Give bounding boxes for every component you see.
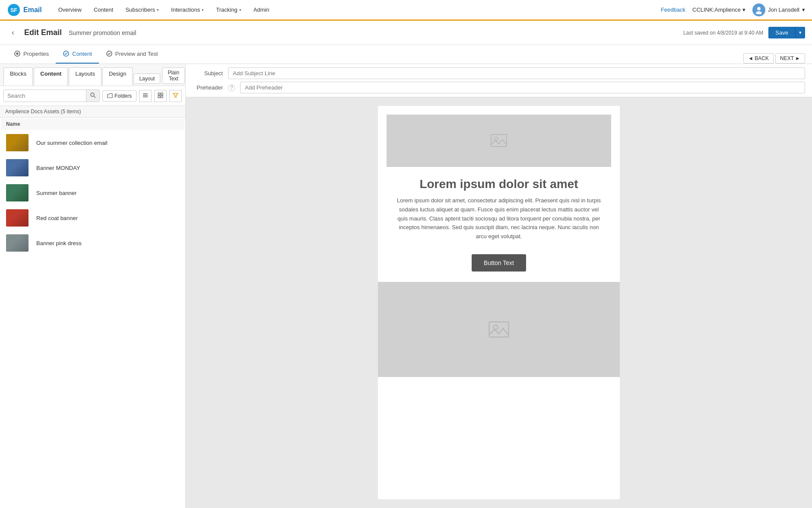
list-view-icon xyxy=(143,93,148,98)
tab-content[interactable]: Content xyxy=(56,45,99,64)
svg-text:SF: SF xyxy=(10,7,17,13)
list-view-button[interactable] xyxy=(139,90,152,102)
tab-layouts[interactable]: Layouts xyxy=(69,67,102,86)
preheader-help-icon[interactable]: ? xyxy=(228,84,235,91)
tab-bar-nav: Properties Content Preview and Test xyxy=(7,45,165,64)
table-row[interactable]: Banner MONDAY xyxy=(1,156,184,180)
email-heading: Lorem ipsum dolor sit amet xyxy=(378,167,620,196)
left-panel: Blocks Content Layouts Design Layout Pla… xyxy=(0,64,186,508)
subject-row: Subject xyxy=(193,67,805,79)
folders-button[interactable]: Folders xyxy=(102,90,136,102)
svg-line-9 xyxy=(94,96,95,98)
svg-rect-14 xyxy=(161,93,163,95)
save-button[interactable]: Save xyxy=(768,27,795,38)
table-row[interactable]: Our summer collection email xyxy=(1,131,184,155)
table-row[interactable]: Red coat banner xyxy=(1,206,184,230)
subject-input[interactable] xyxy=(228,67,805,79)
asset-folder-header: Amplience Docs Assets (5 items) xyxy=(0,106,185,118)
nav-item-overview[interactable]: Overview xyxy=(52,0,88,20)
tab-properties[interactable]: Properties xyxy=(7,45,56,64)
asset-thumbnail xyxy=(6,159,29,176)
svg-marker-17 xyxy=(173,93,178,97)
plain-text-mode-button[interactable]: Plain Text xyxy=(162,67,185,84)
user-area[interactable]: Jon Lansdell ▾ xyxy=(752,3,805,16)
user-name: Jon Lansdell xyxy=(768,6,799,13)
tab-blocks[interactable]: Blocks xyxy=(3,67,33,86)
org-chevron-icon: ▾ xyxy=(742,6,745,13)
search-icon xyxy=(90,92,96,98)
app-logo[interactable]: SF Email xyxy=(7,3,42,17)
grid-view-button[interactable] xyxy=(154,90,167,102)
svg-point-2 xyxy=(757,7,761,10)
back-nav-button[interactable]: ◄ BACK xyxy=(743,53,774,64)
nav-item-tracking[interactable]: Tracking ▾ xyxy=(210,0,247,20)
nav-item-interactions[interactable]: Interactions ▾ xyxy=(165,0,210,20)
image-placeholder-icon xyxy=(490,132,508,149)
header-right: Last saved on 4/8/2019 at 9:40 AM Save ▾ xyxy=(683,27,805,38)
save-dropdown-button[interactable]: ▾ xyxy=(795,27,805,38)
right-area: Subject Preheader ? xyxy=(186,64,812,508)
preheader-label: Preheader xyxy=(193,84,223,91)
layout-mode-button[interactable]: Layout xyxy=(133,73,160,84)
user-avatar-icon xyxy=(755,6,763,14)
asset-name: Our summer collection email xyxy=(31,131,184,155)
svg-rect-15 xyxy=(158,96,160,98)
search-button[interactable] xyxy=(86,90,99,102)
asset-thumbnail xyxy=(6,234,29,252)
next-nav-button[interactable]: NEXT ► xyxy=(775,53,805,64)
nav-right: Feedback CCLINK:Amplience ▾ Jon Lansdell… xyxy=(661,3,805,16)
table-row[interactable]: Banner pink dress xyxy=(1,231,184,255)
asset-name: Red coat banner xyxy=(31,206,184,230)
tracking-chevron-icon: ▾ xyxy=(239,8,241,12)
email-body-text: Lorem ipsum dolor sit amet, consectetur … xyxy=(378,196,620,250)
preheader-row: Preheader ? xyxy=(193,82,805,93)
asset-table-header: Name xyxy=(1,118,184,130)
email-canvas: Lorem ipsum dolor sit amet Lorem ipsum d… xyxy=(186,97,812,508)
tab-content-left[interactable]: Content xyxy=(34,67,68,86)
page-title: Edit Email xyxy=(24,28,62,37)
preheader-input[interactable] xyxy=(240,82,805,93)
svg-point-21 xyxy=(494,325,498,329)
subject-label: Subject xyxy=(193,70,223,77)
subscribers-chevron-icon: ▾ xyxy=(157,8,159,12)
filter-icon xyxy=(173,93,178,98)
search-input[interactable] xyxy=(4,90,86,101)
email-cta-button[interactable]: Button Text xyxy=(472,254,526,272)
table-row[interactable]: Summer banner xyxy=(1,181,184,205)
svg-point-19 xyxy=(495,137,498,141)
svg-point-8 xyxy=(91,93,94,96)
asset-name: Banner MONDAY xyxy=(31,156,184,180)
svg-rect-13 xyxy=(158,93,160,95)
nav-item-subscribers[interactable]: Subscribers ▾ xyxy=(119,0,165,20)
main-layout: Blocks Content Layouts Design Layout Pla… xyxy=(0,64,812,508)
email-preview: Lorem ipsum dolor sit amet Lorem ipsum d… xyxy=(378,106,620,499)
name-column-header: Name xyxy=(1,118,184,130)
user-chevron-icon: ▾ xyxy=(802,6,805,13)
last-saved-text: Last saved on 4/8/2019 at 9:40 AM xyxy=(683,30,763,36)
interactions-chevron-icon: ▾ xyxy=(202,8,204,12)
content-tabs-bar: Blocks Content Layouts Design Layout Pla… xyxy=(0,64,185,86)
nav-items: Overview Content Subscribers ▾ Interacti… xyxy=(52,0,661,20)
grid-view-icon xyxy=(158,93,163,98)
email-fields: Subject Preheader ? xyxy=(186,64,812,97)
nav-item-admin[interactable]: Admin xyxy=(247,0,276,20)
email-top-image xyxy=(387,115,611,166)
app-name: Email xyxy=(23,6,42,14)
save-button-group: Save ▾ xyxy=(768,27,805,38)
folder-icon xyxy=(107,93,113,99)
tab-design[interactable]: Design xyxy=(102,67,133,86)
svg-rect-18 xyxy=(491,134,507,147)
back-button[interactable]: ‹ xyxy=(7,27,19,39)
asset-list: Our summer collection emailBanner MONDAY… xyxy=(1,131,184,255)
org-selector[interactable]: CCLINK:Amplience ▾ xyxy=(692,6,745,13)
filter-button[interactable] xyxy=(169,90,182,102)
search-input-wrap xyxy=(3,89,100,102)
tab-preview[interactable]: Preview and Test xyxy=(99,45,165,64)
email-cta-area: Button Text xyxy=(378,250,620,282)
asset-thumbnail xyxy=(6,209,29,227)
svg-rect-20 xyxy=(489,322,509,337)
asset-name: Banner pink dress xyxy=(31,231,184,255)
preview-icon xyxy=(106,50,113,57)
feedback-link[interactable]: Feedback xyxy=(661,6,685,13)
nav-item-content[interactable]: Content xyxy=(88,0,120,20)
